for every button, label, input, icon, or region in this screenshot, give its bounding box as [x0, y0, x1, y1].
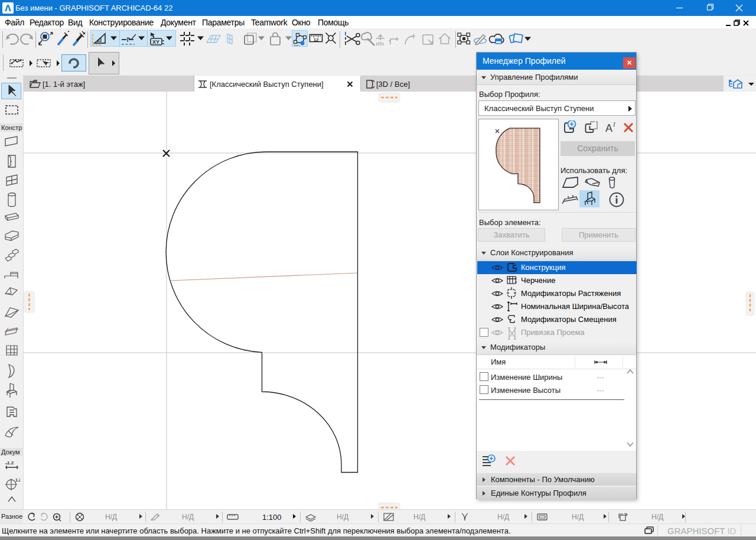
svg-text:1.2: 1.2: [7, 460, 14, 466]
svg-text:I: I: [612, 121, 616, 128]
svg-text:XY: XY: [152, 39, 159, 45]
svg-text:1.2: 1.2: [15, 478, 20, 482]
svg-text:12: 12: [314, 37, 318, 43]
svg-text:A: A: [605, 122, 612, 134]
